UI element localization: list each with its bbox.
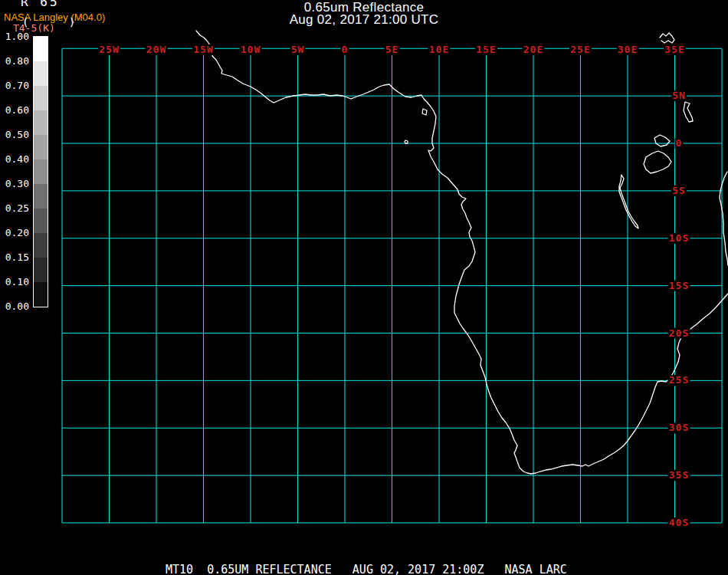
colorbar-segment — [34, 159, 48, 184]
colorbar-tick-label: 0.15 — [0, 252, 29, 263]
longitude-label: 30E — [618, 44, 638, 55]
longitude-label: 0 — [342, 44, 349, 55]
longitude-label: 25E — [570, 44, 590, 55]
colorbar-tick-label: 0.10 — [0, 277, 29, 288]
colorbar-segment — [34, 184, 48, 209]
longitude-label: 35E — [664, 44, 684, 55]
coastline-lake_tanganyika — [619, 175, 638, 228]
longitude-label: 20W — [146, 44, 166, 55]
colorbar-tick-label: 0.50 — [0, 130, 29, 140]
colorbar-tick-label: 0.25 — [0, 203, 29, 214]
latitude-label: 5S — [672, 185, 686, 196]
reflectance-colorbar — [33, 36, 48, 307]
longitude-label: 15W — [193, 44, 213, 55]
latitude-label: 5N — [672, 90, 686, 101]
latitude-label: 15S — [669, 280, 689, 291]
colorbar-segment — [34, 86, 48, 110]
coastline-lake_victoria_north — [654, 135, 670, 146]
coastline-lake_victoria_south — [644, 151, 671, 173]
coastline-lake_turkana — [684, 102, 693, 122]
colorbar-tick-label: 0.00 — [0, 301, 29, 312]
latitude-label: 30S — [669, 422, 689, 433]
coastline-africa_main — [196, 31, 728, 474]
longitude-label: 5E — [385, 44, 399, 55]
coastline-bioko_island — [422, 109, 427, 115]
page-subtitle: Aug 02, 2017 21:00 UTC — [192, 14, 536, 26]
colorbar-tick-label: 0.80 — [0, 56, 29, 67]
latitude-label: 40S — [669, 517, 689, 528]
coastline-sao_tome_island — [405, 140, 408, 143]
coastline-east_coast — [720, 172, 728, 265]
colorbar-segment — [34, 37, 48, 61]
footer-caption: MT10 0.65UM REFLECTANCE AUG 02, 2017 21:… — [166, 563, 567, 575]
latitude-label: 20S — [669, 327, 689, 339]
satellite-quicklook-page: { "header": { "title_line1": "0.65um Ref… — [0, 0, 728, 575]
corner-channel-white-label: R 65 — [21, 0, 60, 9]
colorbar-tick-label: 0.40 — [0, 154, 29, 165]
longitude-label: 25W — [99, 44, 119, 55]
colorbar-segment — [34, 209, 48, 233]
latitude-label: 25S — [669, 374, 689, 386]
colorbar-segment — [34, 110, 48, 135]
colorbar-tick-label: 0.30 — [0, 179, 29, 189]
map-canvas: 25W20W15W10W5W05E10E15E20E25E30E35E5N05S… — [0, 0, 728, 575]
colorbar-segment — [34, 282, 48, 307]
colorbar-tick-label: 0.70 — [0, 80, 29, 91]
colorbar-segment — [34, 135, 48, 159]
longitude-label: 5W — [291, 44, 305, 55]
colorbar-segment — [34, 258, 48, 282]
colorbar-segment — [34, 61, 48, 86]
coastline-horn_squiggle — [660, 33, 674, 43]
colorbar-segment — [34, 233, 48, 258]
latitude-label: 10S — [669, 232, 689, 244]
title-block: 0.65um Reflectance Aug 02, 2017 21:00 UT… — [192, 2, 536, 26]
longitude-label: 15E — [476, 44, 496, 55]
colorbar-tick-label: 0.20 — [0, 228, 29, 238]
latitude-label: 0 — [676, 137, 683, 149]
colorbar-tick-label: 1.00 — [0, 31, 29, 42]
longitude-label: 10W — [241, 44, 261, 55]
colorbar-tick-label: 0.60 — [0, 105, 29, 116]
longitude-label: 10E — [429, 44, 449, 55]
latitude-label: 35S — [669, 469, 689, 481]
longitude-label: 20E — [523, 44, 543, 55]
